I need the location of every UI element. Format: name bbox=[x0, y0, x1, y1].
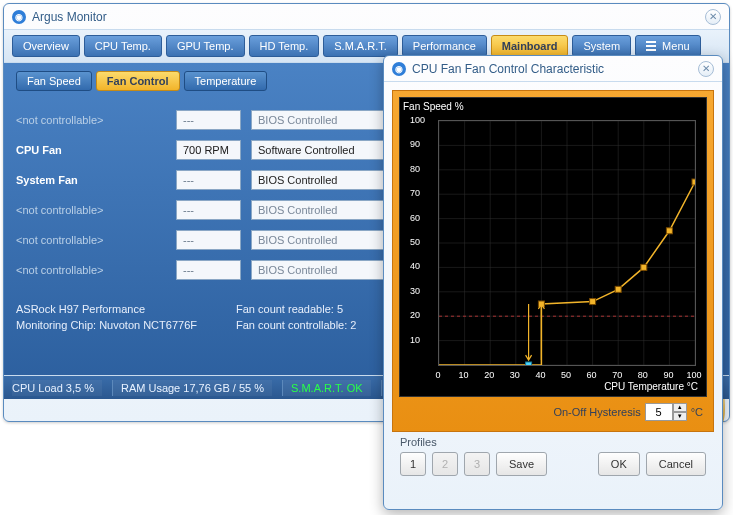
ok-button[interactable]: OK bbox=[598, 452, 640, 476]
save-button[interactable]: Save bbox=[496, 452, 547, 476]
fan-mode-value: BIOS Controlled bbox=[258, 264, 337, 276]
svg-rect-28 bbox=[692, 179, 695, 185]
ytick: 80 bbox=[410, 164, 420, 174]
xtick: 60 bbox=[587, 370, 597, 380]
dialog-title: CPU Fan Fan Control Characteristic bbox=[412, 62, 698, 76]
cancel-button[interactable]: Cancel bbox=[646, 452, 706, 476]
spinner-down-icon[interactable]: ▼ bbox=[673, 412, 687, 421]
ytick: 100 bbox=[410, 115, 425, 125]
hysteresis-spinner[interactable]: ▲ ▼ bbox=[645, 403, 687, 421]
fan-label: <not controllable> bbox=[16, 204, 166, 216]
board-chip: Monitoring Chip: Nuvoton NCT6776F bbox=[16, 319, 236, 331]
app-logo-icon: ◉ bbox=[12, 10, 26, 24]
fan-label: <not controllable> bbox=[16, 264, 166, 276]
tab-performance[interactable]: Performance bbox=[402, 35, 487, 57]
fan-mode-value: BIOS Controlled bbox=[258, 204, 337, 216]
ytick: 40 bbox=[410, 261, 420, 271]
subtab-temperature[interactable]: Temperature bbox=[184, 71, 268, 91]
hamburger-icon bbox=[646, 41, 656, 51]
svg-rect-25 bbox=[615, 286, 621, 292]
hysteresis-unit: °C bbox=[691, 406, 703, 418]
profile-1-button[interactable]: 1 bbox=[400, 452, 426, 476]
xtick: 100 bbox=[686, 370, 701, 380]
fan-label: System Fan bbox=[16, 174, 166, 186]
ytick: 50 bbox=[410, 237, 420, 247]
dialog-body: Fan Speed % CPU Temperature °C 102030405… bbox=[384, 82, 722, 494]
tab-menu[interactable]: Menu bbox=[635, 35, 701, 57]
hysteresis-input[interactable] bbox=[645, 403, 673, 421]
subtab-fan-speed[interactable]: Fan Speed bbox=[16, 71, 92, 91]
xtick: 40 bbox=[535, 370, 545, 380]
titlebar: ◉ Argus Monitor ✕ bbox=[4, 4, 729, 30]
fan-mode-value: Software Controlled bbox=[258, 144, 355, 156]
tab-system[interactable]: System bbox=[572, 35, 631, 57]
xtick: 50 bbox=[561, 370, 571, 380]
profile-2-button[interactable]: 2 bbox=[432, 452, 458, 476]
xtick: 70 bbox=[612, 370, 622, 380]
svg-rect-27 bbox=[666, 228, 672, 234]
fan-rpm: --- bbox=[176, 230, 241, 250]
dialog-titlebar: ◉ CPU Fan Fan Control Characteristic ✕ bbox=[384, 56, 722, 82]
fan-curve-chart[interactable]: Fan Speed % CPU Temperature °C 102030405… bbox=[399, 97, 707, 397]
ytick: 70 bbox=[410, 188, 420, 198]
close-icon[interactable]: ✕ bbox=[698, 61, 714, 77]
status-smart: S.M.A.R.T. OK bbox=[282, 380, 371, 396]
ytick: 90 bbox=[410, 139, 420, 149]
subtab-fan-control[interactable]: Fan Control bbox=[96, 71, 180, 91]
tab-smart[interactable]: S.M.A.R.T. bbox=[323, 35, 398, 57]
fan-rpm: --- bbox=[176, 260, 241, 280]
fan-rpm: --- bbox=[176, 170, 241, 190]
chart-plot-area[interactable] bbox=[438, 120, 696, 366]
close-icon[interactable]: ✕ bbox=[705, 9, 721, 25]
hysteresis-row: On-Off Hysteresis ▲ ▼ °C bbox=[399, 397, 707, 425]
fan-rpm: 700 RPM bbox=[176, 140, 241, 160]
xtick: 30 bbox=[510, 370, 520, 380]
status-cpu: CPU Load 3,5 % bbox=[12, 380, 102, 396]
hysteresis-label: On-Off Hysteresis bbox=[553, 406, 640, 418]
fan-label: <not controllable> bbox=[16, 114, 166, 126]
chart-ylabel: Fan Speed % bbox=[403, 101, 464, 112]
ytick: 30 bbox=[410, 286, 420, 296]
chart-frame: Fan Speed % CPU Temperature °C 102030405… bbox=[392, 90, 714, 432]
ytick: 10 bbox=[410, 335, 420, 345]
tab-hd-temp[interactable]: HD Temp. bbox=[249, 35, 320, 57]
svg-rect-29 bbox=[526, 362, 532, 365]
fan-curve-dialog: ◉ CPU Fan Fan Control Characteristic ✕ F… bbox=[383, 55, 723, 510]
fan-mode-value: BIOS Controlled bbox=[258, 114, 337, 126]
status-ram: RAM Usage 17,76 GB / 55 % bbox=[112, 380, 272, 396]
ytick: 20 bbox=[410, 310, 420, 320]
xtick: 20 bbox=[484, 370, 494, 380]
tab-mainboard[interactable]: Mainboard bbox=[491, 35, 569, 57]
tab-overview[interactable]: Overview bbox=[12, 35, 80, 57]
profile-3-button[interactable]: 3 bbox=[464, 452, 490, 476]
tab-cpu-temp[interactable]: CPU Temp. bbox=[84, 35, 162, 57]
xtick: 10 bbox=[459, 370, 469, 380]
tab-gpu-temp[interactable]: GPU Temp. bbox=[166, 35, 245, 57]
svg-rect-24 bbox=[590, 299, 596, 305]
fan-mode-value: BIOS Controlled bbox=[258, 174, 337, 186]
chart-xlabel: CPU Temperature °C bbox=[604, 381, 698, 392]
fan-label: <not controllable> bbox=[16, 234, 166, 246]
xtick: 80 bbox=[638, 370, 648, 380]
profiles-label: Profiles bbox=[392, 432, 714, 450]
ytick: 60 bbox=[410, 213, 420, 223]
svg-rect-26 bbox=[641, 264, 647, 270]
xtick: 0 bbox=[435, 370, 440, 380]
fan-rpm: --- bbox=[176, 110, 241, 130]
app-title: Argus Monitor bbox=[32, 10, 705, 24]
xtick: 90 bbox=[663, 370, 673, 380]
spinner-up-icon[interactable]: ▲ bbox=[673, 403, 687, 412]
fan-mode-value: BIOS Controlled bbox=[258, 234, 337, 246]
board-model: ASRock H97 Performance bbox=[16, 303, 236, 315]
app-logo-icon: ◉ bbox=[392, 62, 406, 76]
fan-rpm: --- bbox=[176, 200, 241, 220]
menu-label: Menu bbox=[662, 40, 690, 52]
dialog-buttons: 1 2 3 Save OK Cancel bbox=[392, 450, 714, 486]
fan-label: CPU Fan bbox=[16, 144, 166, 156]
